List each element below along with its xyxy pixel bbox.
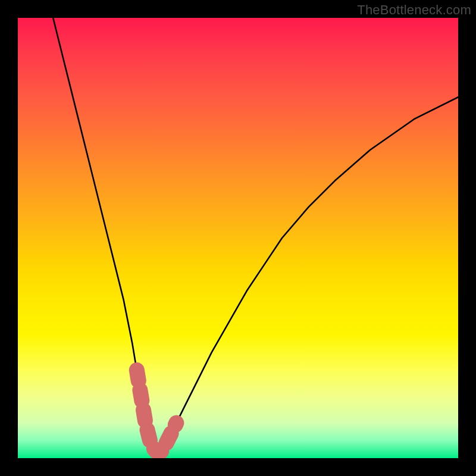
watermark-text: TheBottleneck.com <box>357 2 471 18</box>
plot-area <box>18 18 458 458</box>
chart-frame: TheBottleneck.com <box>0 0 476 476</box>
selected-range-marker <box>18 18 458 458</box>
